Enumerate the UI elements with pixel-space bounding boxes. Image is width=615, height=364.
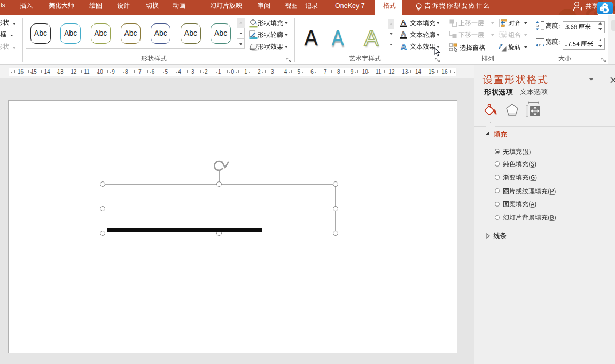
svg-text:A: A bbox=[401, 30, 406, 38]
svg-text:A: A bbox=[401, 19, 406, 26]
svg-text:A: A bbox=[401, 42, 407, 51]
